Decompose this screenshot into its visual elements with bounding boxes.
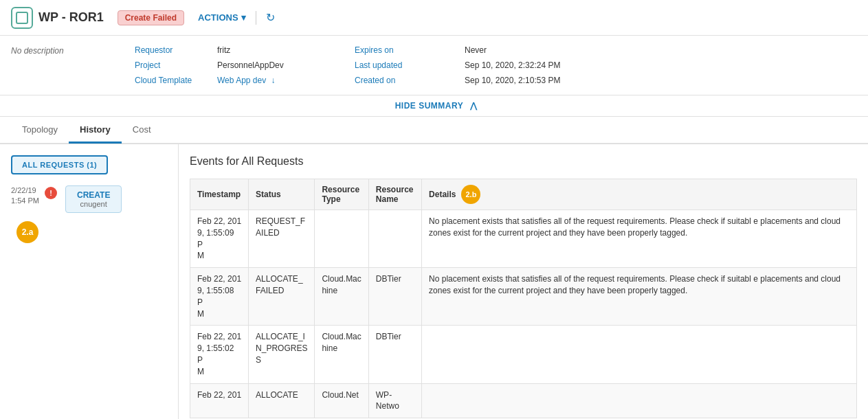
expires-label: Expires on — [355, 45, 465, 55]
request-item: 2/22/191:54 PM ! CREATE cnugent — [11, 185, 167, 213]
refresh-icon[interactable]: ↻ — [266, 11, 275, 24]
tab-topology[interactable]: Topology — [11, 117, 69, 144]
col-resource-name: ResourceName — [368, 179, 421, 210]
cell-details — [422, 383, 857, 418]
cell-resource-type: Cloud.Net — [315, 383, 368, 418]
cloud-template-label: Cloud Template — [135, 76, 217, 85]
logo: WP - ROR1 — [11, 7, 104, 29]
divider — [256, 11, 256, 25]
cell-resource-type: Cloud.Machine — [315, 268, 368, 326]
annotation-2a: 2.a — [16, 221, 38, 243]
hide-summary-button[interactable]: HIDE SUMMARY ⋀ — [0, 95, 868, 117]
events-table: Timestamp Status ResourceType ResourceNa… — [190, 179, 857, 418]
left-panel: ALL REQUESTS (1) 2/22/191:54 PM ! CREATE… — [0, 144, 179, 419]
cell-timestamp: Feb 22, 2019, 1:55:09 PM — [190, 210, 249, 268]
col-details: Details 2.b — [422, 179, 857, 210]
create-sub: cnugent — [77, 200, 110, 208]
last-updated-label: Last updated — [355, 60, 465, 70]
header: WP - ROR1 Create Failed ACTIONS ▾ ↻ — [0, 0, 868, 36]
col-status: Status — [249, 179, 315, 210]
cell-timestamp: Feb 22, 2019, 1:55:02 PM — [190, 326, 249, 383]
created-on-value: Sep 10, 2020, 2:10:53 PM — [465, 76, 602, 85]
table-row: Feb 22, 2019, 1:55:09 PM REQUEST_FAILED … — [190, 210, 857, 268]
actions-button[interactable]: ACTIONS ▾ — [198, 12, 246, 23]
project-label: Project — [135, 60, 217, 70]
table-row: Feb 22, 201 ALLOCATE Cloud.Net WP-Netwo — [190, 383, 857, 418]
create-box[interactable]: CREATE cnugent — [65, 185, 122, 213]
cell-resource-type: Cloud.Machine — [315, 326, 368, 383]
cloud-template-link[interactable]: Web App dev — [217, 76, 266, 85]
table-row: Feb 22, 2019, 1:55:02 PM ALLOCATE_IN_PRO… — [190, 326, 857, 383]
cell-timestamp: Feb 22, 201 — [190, 383, 249, 418]
expires-value: Never — [465, 45, 602, 55]
cell-resource-name: DBTier — [368, 268, 421, 326]
logo-inner-icon — [16, 12, 28, 24]
annotation-2b: 2.b — [461, 185, 480, 204]
requestor-label: Requestor — [135, 45, 217, 55]
status-badge: Create Failed — [118, 10, 184, 25]
cell-details: No placement exists that satisfies all o… — [422, 210, 857, 268]
tab-history[interactable]: History — [69, 117, 122, 144]
cell-resource-name: DBTier — [368, 326, 421, 383]
tabs-bar: Topology History Cost — [0, 117, 868, 144]
cell-status: ALLOCATE — [249, 383, 315, 418]
cell-details — [422, 326, 857, 383]
info-grid: Requestor fritz Expires on Never Project… — [135, 43, 857, 88]
cell-resource-name — [368, 210, 421, 268]
main-content: ALL REQUESTS (1) 2/22/191:54 PM ! CREATE… — [0, 144, 868, 419]
table-header-row: Timestamp Status ResourceType ResourceNa… — [190, 179, 857, 210]
request-date-col: 2/22/191:54 PM — [11, 185, 39, 207]
actions-label: ACTIONS — [198, 12, 238, 23]
tab-cost[interactable]: Cost — [122, 117, 162, 144]
cell-details: No placement exists that satisfies all o… — [422, 268, 857, 326]
details-label: Details — [429, 190, 456, 199]
cell-status: ALLOCATE_FAILED — [249, 268, 315, 326]
error-icon: ! — [45, 187, 57, 199]
cell-resource-name: WP-Netwo — [368, 383, 421, 418]
create-label: CREATE — [77, 190, 110, 200]
logo-icon — [11, 7, 33, 29]
col-resource-type: ResourceType — [315, 179, 368, 210]
chevron-down-icon: ▾ — [241, 12, 246, 23]
description-col: No description — [11, 43, 135, 88]
cell-status: ALLOCATE_IN_PROGRESS — [249, 326, 315, 383]
cell-timestamp: Feb 22, 2019, 1:55:08 PM — [190, 268, 249, 326]
right-panel: Events for All Requests Timestamp Status… — [179, 144, 868, 419]
request-date: 2/22/191:54 PM — [11, 185, 39, 207]
col-timestamp: Timestamp — [190, 179, 249, 210]
all-requests-button[interactable]: ALL REQUESTS (1) — [11, 155, 108, 174]
no-description: No description — [11, 46, 64, 56]
cloud-template-value: Web App dev ↓ — [217, 76, 355, 85]
last-updated-value: Sep 10, 2020, 2:32:24 PM — [465, 60, 602, 70]
download-icon: ↓ — [271, 76, 276, 85]
cell-status: REQUEST_FAILED — [249, 210, 315, 268]
app-title: WP - ROR1 — [38, 10, 104, 25]
project-value: PersonnelAppDev — [217, 60, 355, 70]
summary-bar: No description Requestor fritz Expires o… — [0, 36, 868, 95]
requestor-value: fritz — [217, 45, 355, 55]
hide-summary-label: HIDE SUMMARY — [395, 101, 463, 111]
table-row: Feb 22, 2019, 1:55:08 PM ALLOCATE_FAILED… — [190, 268, 857, 326]
cell-resource-type — [315, 210, 368, 268]
chevron-up-icon: ⋀ — [470, 101, 478, 111]
created-on-label: Created on — [355, 76, 465, 85]
events-title: Events for All Requests — [190, 155, 857, 168]
